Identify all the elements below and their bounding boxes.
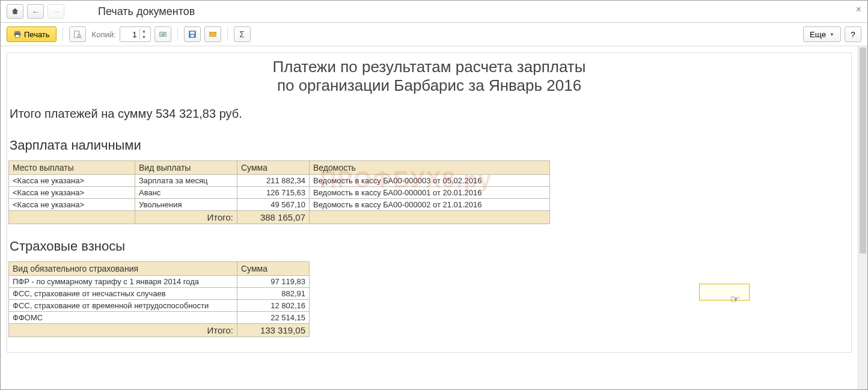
svg-line-5	[80, 37, 81, 38]
copies-input[interactable]	[120, 30, 139, 39]
table-row[interactable]: <Касса не указана> Аванс 126 715,63 Ведо…	[9, 187, 550, 199]
email-icon	[209, 30, 217, 38]
col-place: Место выплаты	[9, 161, 135, 175]
sigma-icon: Σ	[239, 29, 245, 39]
section-cash-title: Зарплата наличными	[7, 133, 851, 160]
table-row[interactable]: ФФОМС 22 514,15	[9, 312, 310, 324]
col-ins-type: Вид обязательного страхования	[9, 262, 237, 276]
more-label: Еще	[810, 30, 826, 39]
separator	[227, 28, 228, 41]
separator	[177, 28, 178, 41]
selection-box	[699, 284, 750, 300]
col-sheet: Ведомость	[310, 161, 550, 175]
table-row[interactable]: ФСС, страхование от несчастных случаев 8…	[9, 288, 310, 300]
chevron-down-icon: ▼	[830, 32, 834, 37]
home-icon	[11, 7, 19, 16]
save-button[interactable]	[184, 26, 201, 42]
document: ПРОФБУХ8.ру Платежи по результатам расче…	[7, 52, 852, 353]
quickprint-icon	[159, 30, 167, 38]
email-button[interactable]	[204, 26, 221, 42]
spinner-down[interactable]: ▼	[140, 34, 148, 40]
doc-title-2: по организации Барбарис за Январь 2016	[7, 76, 851, 102]
table-header-row: Вид обязательного страхования Сумма	[9, 262, 310, 276]
scrollbar[interactable]	[858, 46, 867, 389]
table-row[interactable]: <Касса не указана> Увольнения 49 567,10 …	[9, 199, 550, 211]
svg-rect-0	[15, 31, 20, 33]
print-icon	[13, 30, 22, 38]
help-label: ?	[851, 30, 855, 39]
help-button[interactable]: ?	[845, 26, 861, 42]
home-button[interactable]	[7, 4, 23, 19]
print-button[interactable]: Печать	[7, 26, 57, 42]
print-label: Печать	[24, 30, 50, 39]
copies-label: Копий:	[92, 30, 116, 39]
back-button[interactable]: ←	[27, 4, 44, 19]
save-icon	[188, 30, 197, 38]
cash-table: Место выплаты Вид выплаты Сумма Ведомост…	[8, 160, 550, 224]
svg-rect-9	[191, 35, 194, 37]
content-wrap: ПРОФБУХ8.ру Платежи по результатам расче…	[1, 46, 867, 389]
quick-print-button[interactable]	[154, 26, 171, 42]
copies-spinner[interactable]: ▲ ▼	[120, 26, 151, 42]
table-row[interactable]: ФСС, страхование от временной нетрудоспо…	[9, 300, 310, 312]
content-area: ПРОФБУХ8.ру Платежи по результатам расче…	[1, 46, 858, 389]
titlebar: ← → Печать документов ×	[1, 1, 867, 23]
spinner-up[interactable]: ▲	[140, 28, 148, 34]
window: ← → Печать документов × Печать Копий: ▲ …	[0, 0, 868, 390]
forward-button[interactable]: →	[47, 4, 64, 19]
preview-button[interactable]	[69, 26, 86, 42]
svg-rect-2	[16, 35, 20, 37]
arrow-right-icon: →	[52, 7, 60, 16]
toolbar-right: Еще ▼ ?	[803, 26, 861, 42]
arrow-left-icon: ←	[32, 7, 40, 16]
table-header-row: Место выплаты Вид выплаты Сумма Ведомост…	[9, 161, 550, 175]
toolbar: Печать Копий: ▲ ▼ Σ Еще	[1, 23, 867, 46]
ins-table: Вид обязательного страхования Сумма ПФР …	[8, 261, 310, 337]
spinner-arrows: ▲ ▼	[139, 28, 148, 40]
page-title: Печать документов	[98, 5, 195, 18]
close-button[interactable]: ×	[856, 4, 861, 15]
table-row[interactable]: ПФР - по суммарному тарифу с 1 января 20…	[9, 276, 310, 288]
preview-icon	[73, 30, 82, 38]
pointer-icon: ☜	[730, 293, 740, 306]
table-row[interactable]: <Касса не указана> Зарплата за месяц 211…	[9, 175, 550, 187]
section-ins-title: Страховые взносы	[7, 234, 851, 261]
summary-line: Итого платежей на сумму 534 321,83 руб.	[7, 102, 851, 133]
sum-button[interactable]: Σ	[234, 26, 251, 42]
col-type: Вид выплаты	[135, 161, 237, 175]
scrollbar-thumb[interactable]	[860, 47, 866, 254]
col-sum: Сумма	[237, 161, 310, 175]
col-ins-sum: Сумма	[237, 262, 310, 276]
doc-title-1: Платежи по результатам расчета зарплаты	[7, 53, 851, 76]
separator	[63, 28, 63, 41]
table-total-row: Итого: 133 319,05	[9, 324, 310, 337]
more-button[interactable]: Еще ▼	[803, 26, 841, 42]
svg-rect-8	[190, 32, 194, 34]
table-total-row: Итого: 388 165,07	[9, 211, 550, 224]
